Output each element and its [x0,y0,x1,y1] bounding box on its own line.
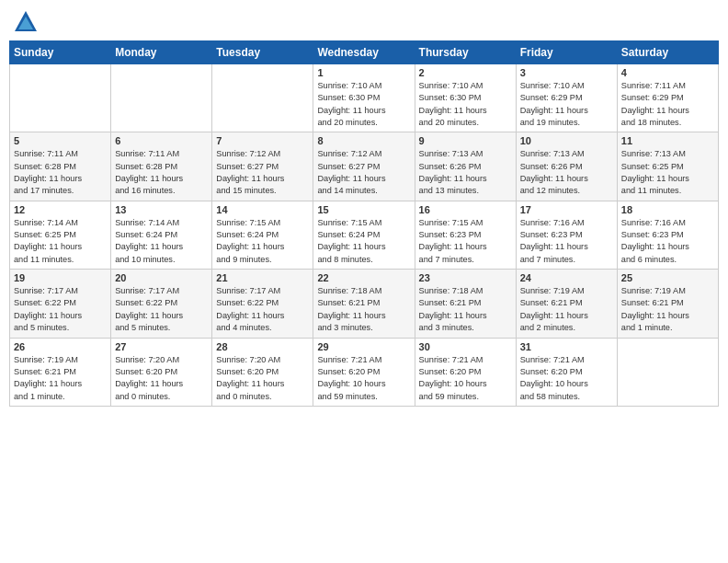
day-number: 25 [621,272,714,283]
calendar-cell: 15Sunrise: 7:15 AMSunset: 6:24 PMDayligh… [313,201,415,269]
day-header-saturday: Saturday [617,41,718,64]
day-header-monday: Monday [111,41,212,64]
day-info: Sunrise: 7:20 AMSunset: 6:20 PMDaylight:… [216,354,309,403]
day-number: 31 [520,341,613,352]
calendar-cell: 21Sunrise: 7:17 AMSunset: 6:22 PMDayligh… [212,270,313,338]
day-number: 23 [419,272,512,283]
calendar-cell: 20Sunrise: 7:17 AMSunset: 6:22 PMDayligh… [111,270,212,338]
calendar-cell [212,64,313,132]
day-info: Sunrise: 7:18 AMSunset: 6:21 PMDaylight:… [419,285,512,334]
calendar-cell: 16Sunrise: 7:15 AMSunset: 6:23 PMDayligh… [415,201,516,269]
day-info: Sunrise: 7:19 AMSunset: 6:21 PMDaylight:… [14,354,107,403]
calendar-cell: 6Sunrise: 7:11 AMSunset: 6:28 PMDaylight… [111,132,212,201]
calendar-header-row: SundayMondayTuesdayWednesdayThursdayFrid… [10,41,719,64]
day-number: 13 [115,204,208,215]
day-number: 2 [419,67,512,78]
calendar-cell: 30Sunrise: 7:21 AMSunset: 6:20 PMDayligh… [415,338,516,406]
day-info: Sunrise: 7:16 AMSunset: 6:23 PMDaylight:… [621,217,714,266]
day-number: 5 [14,135,107,146]
day-number: 11 [621,135,714,146]
day-info: Sunrise: 7:10 AMSunset: 6:30 PMDaylight:… [317,80,410,129]
day-info: Sunrise: 7:17 AMSunset: 6:22 PMDaylight:… [115,285,208,334]
calendar-week-row: 1Sunrise: 7:10 AMSunset: 6:30 PMDaylight… [10,64,719,132]
day-number: 18 [621,204,714,215]
calendar-cell: 31Sunrise: 7:21 AMSunset: 6:20 PMDayligh… [516,338,617,406]
calendar-cell: 11Sunrise: 7:13 AMSunset: 6:25 PMDayligh… [617,132,718,201]
calendar-cell: 2Sunrise: 7:10 AMSunset: 6:30 PMDaylight… [415,64,516,132]
day-number: 27 [115,341,208,352]
day-info: Sunrise: 7:15 AMSunset: 6:23 PMDaylight:… [419,217,512,266]
calendar-cell: 13Sunrise: 7:14 AMSunset: 6:24 PMDayligh… [111,201,212,269]
day-number: 26 [14,341,107,352]
day-info: Sunrise: 7:10 AMSunset: 6:30 PMDaylight:… [419,80,512,129]
day-header-wednesday: Wednesday [313,41,415,64]
day-header-friday: Friday [516,41,617,64]
day-info: Sunrise: 7:20 AMSunset: 6:20 PMDaylight:… [115,354,208,403]
day-number: 19 [14,272,107,283]
day-info: Sunrise: 7:13 AMSunset: 6:26 PMDaylight:… [419,148,512,197]
calendar-cell [10,64,111,132]
day-info: Sunrise: 7:15 AMSunset: 6:24 PMDaylight:… [317,217,410,266]
day-number: 22 [317,272,410,283]
calendar-cell: 14Sunrise: 7:15 AMSunset: 6:24 PMDayligh… [212,201,313,269]
day-info: Sunrise: 7:18 AMSunset: 6:21 PMDaylight:… [317,285,410,334]
day-number: 30 [419,341,512,352]
calendar-cell: 5Sunrise: 7:11 AMSunset: 6:28 PMDaylight… [10,132,111,201]
day-number: 8 [317,135,410,146]
calendar-week-row: 12Sunrise: 7:14 AMSunset: 6:25 PMDayligh… [10,201,719,269]
day-number: 29 [317,341,410,352]
calendar-week-row: 19Sunrise: 7:17 AMSunset: 6:22 PMDayligh… [10,270,719,338]
day-header-thursday: Thursday [415,41,516,64]
day-info: Sunrise: 7:12 AMSunset: 6:27 PMDaylight:… [317,148,410,197]
day-info: Sunrise: 7:17 AMSunset: 6:22 PMDaylight:… [14,285,107,334]
day-number: 16 [419,204,512,215]
calendar-cell: 25Sunrise: 7:19 AMSunset: 6:21 PMDayligh… [617,270,718,338]
day-number: 28 [216,341,309,352]
page-header [9,9,719,35]
calendar-cell: 7Sunrise: 7:12 AMSunset: 6:27 PMDaylight… [212,132,313,201]
day-info: Sunrise: 7:17 AMSunset: 6:22 PMDaylight:… [216,285,309,334]
logo [13,9,42,35]
day-info: Sunrise: 7:10 AMSunset: 6:29 PMDaylight:… [520,80,613,129]
calendar-cell: 3Sunrise: 7:10 AMSunset: 6:29 PMDaylight… [516,64,617,132]
day-info: Sunrise: 7:11 AMSunset: 6:28 PMDaylight:… [115,148,208,197]
calendar-cell: 29Sunrise: 7:21 AMSunset: 6:20 PMDayligh… [313,338,415,406]
calendar-cell: 17Sunrise: 7:16 AMSunset: 6:23 PMDayligh… [516,201,617,269]
day-info: Sunrise: 7:14 AMSunset: 6:25 PMDaylight:… [14,217,107,266]
day-info: Sunrise: 7:21 AMSunset: 6:20 PMDaylight:… [520,354,613,403]
day-info: Sunrise: 7:15 AMSunset: 6:24 PMDaylight:… [216,217,309,266]
day-info: Sunrise: 7:21 AMSunset: 6:20 PMDaylight:… [419,354,512,403]
day-info: Sunrise: 7:13 AMSunset: 6:26 PMDaylight:… [520,148,613,197]
calendar-cell: 18Sunrise: 7:16 AMSunset: 6:23 PMDayligh… [617,201,718,269]
calendar-cell: 24Sunrise: 7:19 AMSunset: 6:21 PMDayligh… [516,270,617,338]
calendar-cell: 23Sunrise: 7:18 AMSunset: 6:21 PMDayligh… [415,270,516,338]
day-info: Sunrise: 7:21 AMSunset: 6:20 PMDaylight:… [317,354,410,403]
day-number: 10 [520,135,613,146]
day-number: 4 [621,67,714,78]
calendar-cell: 12Sunrise: 7:14 AMSunset: 6:25 PMDayligh… [10,201,111,269]
calendar-cell: 28Sunrise: 7:20 AMSunset: 6:20 PMDayligh… [212,338,313,406]
day-info: Sunrise: 7:11 AMSunset: 6:29 PMDaylight:… [621,80,714,129]
calendar-cell: 19Sunrise: 7:17 AMSunset: 6:22 PMDayligh… [10,270,111,338]
calendar-cell: 22Sunrise: 7:18 AMSunset: 6:21 PMDayligh… [313,270,415,338]
day-number: 12 [14,204,107,215]
day-info: Sunrise: 7:13 AMSunset: 6:25 PMDaylight:… [621,148,714,197]
day-number: 17 [520,204,613,215]
day-info: Sunrise: 7:16 AMSunset: 6:23 PMDaylight:… [520,217,613,266]
day-number: 3 [520,67,613,78]
calendar-table: SundayMondayTuesdayWednesdayThursdayFrid… [9,40,719,407]
calendar-cell [617,338,718,406]
calendar-week-row: 26Sunrise: 7:19 AMSunset: 6:21 PMDayligh… [10,338,719,406]
calendar-cell: 1Sunrise: 7:10 AMSunset: 6:30 PMDaylight… [313,64,415,132]
day-info: Sunrise: 7:19 AMSunset: 6:21 PMDaylight:… [621,285,714,334]
day-header-tuesday: Tuesday [212,41,313,64]
calendar-cell: 4Sunrise: 7:11 AMSunset: 6:29 PMDaylight… [617,64,718,132]
calendar-cell: 26Sunrise: 7:19 AMSunset: 6:21 PMDayligh… [10,338,111,406]
day-header-sunday: Sunday [10,41,111,64]
day-number: 6 [115,135,208,146]
logo-icon [13,9,39,35]
day-info: Sunrise: 7:14 AMSunset: 6:24 PMDaylight:… [115,217,208,266]
day-number: 14 [216,204,309,215]
day-number: 15 [317,204,410,215]
day-number: 7 [216,135,309,146]
